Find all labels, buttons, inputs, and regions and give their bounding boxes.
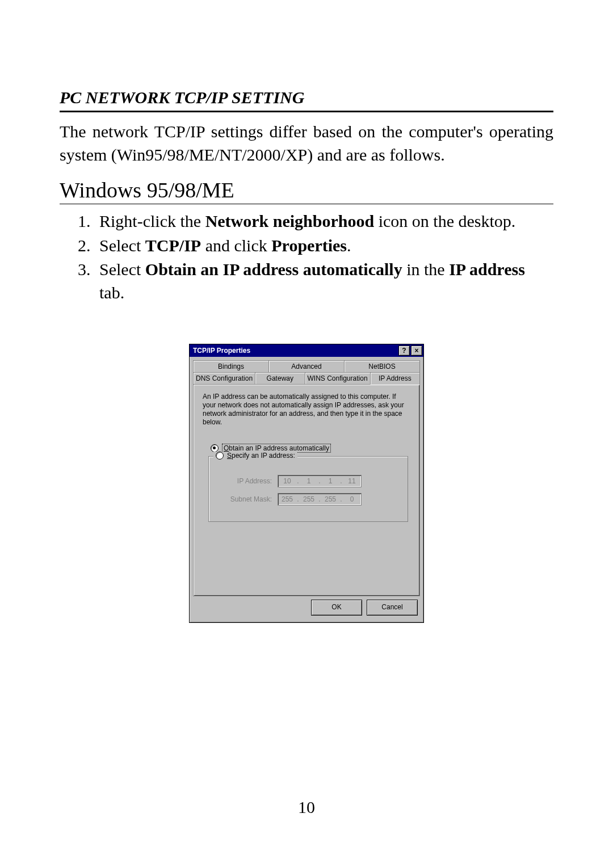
dialog-title: TCP/IP Properties <box>193 347 397 355</box>
tab-netbios[interactable]: NetBIOS <box>344 360 420 372</box>
subnet-mask-input: 255. 255. 255. 0 <box>278 493 362 505</box>
tab-dns-configuration[interactable]: DNS Configuration <box>193 372 255 384</box>
tab-panel-ip-address: An IP address can be automatically assig… <box>193 384 420 596</box>
help-icon[interactable]: ? <box>398 345 410 356</box>
step-item: Select Obtain an IP address automaticall… <box>95 258 553 304</box>
subnet-mask-label: Subnet Mask: <box>218 495 278 503</box>
specify-ip-group: Specify an IP address: IP Address: 10. 1… <box>208 456 408 522</box>
radio-label: Specify an IP address: <box>227 452 295 460</box>
tab-advanced[interactable]: Advanced <box>268 360 345 372</box>
ip-address-label: IP Address: <box>218 477 278 485</box>
step-item: Right-click the Network neighborhood ico… <box>95 210 553 233</box>
section-title: PC NETWORK TCP/IP SETTING <box>60 88 553 107</box>
dialog-titlebar[interactable]: TCP/IP Properties ? × <box>190 344 423 357</box>
intro-paragraph: The network TCP/IP settings differ based… <box>60 120 553 166</box>
ok-button[interactable]: OK <box>311 600 362 616</box>
step-item: Select TCP/IP and click Properties. <box>95 234 553 258</box>
tab-gateway[interactable]: Gateway <box>255 372 305 384</box>
tab-ip-address[interactable]: IP Address <box>370 372 420 385</box>
close-icon[interactable]: × <box>411 345 422 356</box>
ip-address-field: IP Address: 10. 1. 1. 11 <box>218 475 398 487</box>
page-number: 10 <box>0 798 613 817</box>
ip-address-input: 10. 1. 1. 11 <box>278 475 362 487</box>
document-page: PC NETWORK TCP/IP SETTING The network TC… <box>0 0 613 868</box>
cancel-button[interactable]: Cancel <box>367 600 418 616</box>
panel-description: An IP address can be automatically assig… <box>203 393 410 427</box>
radio-icon <box>211 444 219 452</box>
dialog-button-row: OK Cancel <box>190 600 423 622</box>
subnet-mask-field: Subnet Mask: 255. 255. 255. 0 <box>218 493 398 505</box>
steps-list: Right-click the Network neighborhood ico… <box>60 210 553 304</box>
dialog-screenshot: TCP/IP Properties ? × Bindings Advanced … <box>60 344 553 623</box>
tab-strip: Bindings Advanced NetBIOS DNS Configurat… <box>190 357 423 384</box>
tab-bindings[interactable]: Bindings <box>193 360 269 372</box>
radio-specify-ip[interactable]: Specify an IP address: <box>213 452 297 460</box>
section-rule <box>60 111 553 112</box>
radio-icon <box>216 452 224 460</box>
subsection-heading: Windows 95/98/ME <box>60 178 553 204</box>
tab-wins-configuration[interactable]: WINS Configuration <box>305 372 371 384</box>
tcpip-properties-dialog: TCP/IP Properties ? × Bindings Advanced … <box>189 344 424 623</box>
